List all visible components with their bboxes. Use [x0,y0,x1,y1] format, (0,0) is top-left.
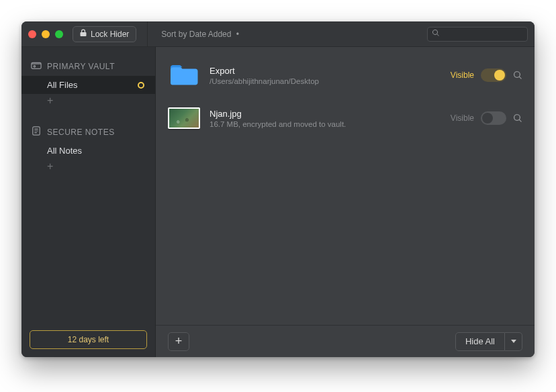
notes-icon [31,126,42,138]
item-title: Njan.jpg [210,109,441,119]
sidebar-item-label: All Notes [47,146,82,156]
folder-icon [168,62,200,89]
lock-hider-button[interactable]: Lock Hider [73,26,136,42]
window-controls [28,30,63,38]
reveal-button[interactable] [513,113,522,123]
chevron-down-icon [511,340,516,343]
lock-hider-label: Lock Hider [91,30,129,39]
item-visibility-group: Visible [451,111,522,125]
visibility-label: Visible [451,70,474,80]
item-title: Export [210,66,441,76]
toggle-knob-icon [482,113,493,124]
lock-icon [80,29,87,39]
plus-icon: + [175,334,183,348]
hide-all-group: Hide All [455,332,522,351]
titlebar: Lock Hider Sort by Date Added • [21,21,535,47]
app-window: Lock Hider Sort by Date Added • [21,21,535,357]
sidebar: PRIMARY VAULT All Files + SECURE NOTES A… [21,47,156,357]
item-subtitle: /Users/abhijithnarjunan/Desktop [210,77,441,85]
vault-icon [31,60,42,72]
hide-all-button[interactable]: Hide All [455,332,505,351]
sidebar-section-secure-notes[interactable]: SECURE NOTES [21,122,155,142]
item-subtitle: 16.7 MB, encrypted and moved to vault. [210,120,441,128]
magnifier-icon [513,115,522,125]
minimize-window-button[interactable] [42,30,50,38]
sidebar-section-title: SECURE NOTES [47,128,115,137]
list-item[interactable]: Njan.jpg 16.7 MB, encrypted and moved to… [168,99,522,142]
sidebar-section-title: PRIMARY VAULT [47,62,115,71]
hide-all-label: Hide All [465,336,495,346]
visibility-label: Visible [451,113,474,123]
main-panel: Export /Users/abhijithnarjunan/Desktop V… [156,47,535,357]
list-item[interactable]: Export /Users/abhijithnarjunan/Desktop V… [168,56,522,99]
sidebar-item-label: All Files [47,80,78,90]
titlebar-divider [147,21,148,47]
svg-point-1 [34,66,35,67]
item-visibility-group: Visible [451,68,522,82]
status-ring-icon [138,82,144,89]
visibility-toggle[interactable] [481,68,506,82]
image-thumbnail [168,105,200,132]
visibility-toggle[interactable] [481,111,506,125]
sidebar-add-vault-item[interactable]: + [21,94,155,113]
trial-days-left-button[interactable]: 12 days left [30,330,147,349]
toggle-knob-icon [494,70,505,81]
search-icon [432,29,440,39]
sidebar-section-primary-vault[interactable]: PRIMARY VAULT [21,56,155,76]
add-button[interactable]: + [168,332,189,351]
file-list: Export /Users/abhijithnarjunan/Desktop V… [156,47,535,325]
search-field[interactable] [427,27,528,42]
sort-label: Sort by Date Added [161,30,231,39]
sort-indicator-icon: • [236,30,239,39]
sidebar-item-all-files[interactable]: All Files [21,76,155,94]
trial-days-left-label: 12 days left [68,335,109,344]
zoom-window-button[interactable] [55,30,63,38]
sort-dropdown[interactable]: Sort by Date Added • [156,30,239,39]
sidebar-add-note-item[interactable]: + [21,160,155,179]
reveal-button[interactable] [513,70,522,80]
close-window-button[interactable] [28,30,36,38]
sidebar-item-all-notes[interactable]: All Notes [21,142,155,160]
main-footer: + Hide All [156,325,535,357]
search-input[interactable] [443,30,535,39]
magnifier-icon [513,72,522,82]
hide-all-menu-button[interactable] [505,332,522,351]
